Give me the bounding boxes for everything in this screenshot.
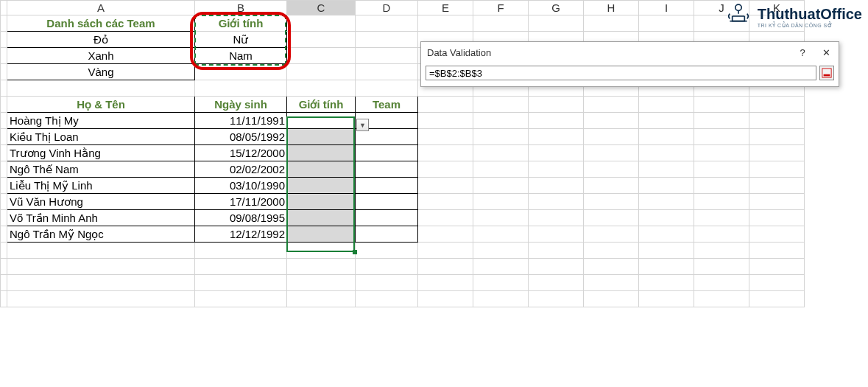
cell-A6[interactable]: Họ & Tên (7, 97, 195, 113)
cell-C1[interactable] (287, 15, 356, 32)
cell-A11[interactable]: Liễu Thị Mỹ Linh (7, 178, 195, 194)
cell-C6[interactable]: Giới tính (287, 97, 356, 113)
cell-C4[interactable] (287, 64, 356, 80)
cell-I6[interactable] (639, 97, 694, 113)
cell-J9[interactable] (694, 145, 749, 161)
column-header-D[interactable]: D (356, 1, 418, 15)
cell-C2[interactable] (287, 32, 356, 48)
cell-G10[interactable] (529, 161, 584, 178)
cell-H17[interactable] (584, 275, 639, 291)
cell-A10[interactable]: Ngô Thế Nam (7, 161, 195, 178)
cell-J7[interactable] (694, 113, 749, 129)
dialog-help-button[interactable]: ? (796, 47, 809, 58)
cell-F17[interactable] (473, 275, 529, 291)
cell-H13[interactable] (584, 210, 639, 226)
cell-G7[interactable] (529, 113, 584, 129)
cell-I12[interactable] (639, 194, 694, 210)
cell-F11[interactable] (473, 178, 529, 194)
cell-I11[interactable] (639, 178, 694, 194)
cell-A15[interactable] (7, 243, 195, 259)
cell-A8[interactable]: Kiều Thị Loan (7, 129, 195, 145)
cell-J8[interactable] (694, 129, 749, 145)
cell-F13[interactable] (473, 210, 529, 226)
cell-G12[interactable] (529, 194, 584, 210)
cell-K15[interactable] (749, 243, 805, 259)
cell-K14[interactable] (749, 226, 805, 243)
cell-I7[interactable] (639, 113, 694, 129)
cell-D5[interactable] (356, 80, 418, 97)
cell-E6[interactable] (418, 97, 473, 113)
cell-H11[interactable] (584, 178, 639, 194)
cell-E14[interactable] (418, 226, 473, 243)
cell-F18[interactable] (473, 291, 529, 307)
cell-C10[interactable] (287, 161, 356, 178)
cell-J12[interactable] (694, 194, 749, 210)
cell-K18[interactable] (749, 291, 805, 307)
cell-A17[interactable] (7, 275, 195, 291)
column-header-E[interactable]: E (418, 1, 473, 15)
cell-I9[interactable] (639, 145, 694, 161)
column-header-F[interactable]: F (473, 1, 529, 15)
cell-E18[interactable] (418, 291, 473, 307)
cell-E1[interactable] (418, 15, 473, 32)
cell-K10[interactable] (749, 161, 805, 178)
cell-H8[interactable] (584, 129, 639, 145)
cell-K1[interactable] (749, 15, 805, 32)
cell-J11[interactable] (694, 178, 749, 194)
column-header-K[interactable]: K (749, 1, 805, 15)
cell-C13[interactable] (287, 210, 356, 226)
cell-J14[interactable] (694, 226, 749, 243)
cell-A5[interactable] (7, 80, 195, 97)
cell-D10[interactable] (356, 161, 418, 178)
cell-I18[interactable] (639, 291, 694, 307)
cell-F14[interactable] (473, 226, 529, 243)
cell-E16[interactable] (418, 259, 473, 275)
cell-I10[interactable] (639, 161, 694, 178)
cell-B8[interactable]: 08/05/1992 (195, 129, 287, 145)
cell-E10[interactable] (418, 161, 473, 178)
cell-B17[interactable] (195, 275, 287, 291)
cell-B7[interactable]: 11/11/1991 (195, 113, 287, 129)
cell-B10[interactable]: 02/02/2002 (195, 161, 287, 178)
cell-C8[interactable] (287, 129, 356, 145)
cell-D1[interactable] (356, 15, 418, 32)
cell-A14[interactable]: Ngô Trần Mỹ Ngọc (7, 226, 195, 243)
cell-C9[interactable] (287, 145, 356, 161)
cell-A1[interactable]: Danh sách các Team (7, 15, 195, 32)
cell-H10[interactable] (584, 161, 639, 178)
cell-K7[interactable] (749, 113, 805, 129)
cell-F10[interactable] (473, 161, 529, 178)
cell-I8[interactable] (639, 129, 694, 145)
cell-G13[interactable] (529, 210, 584, 226)
cell-J1[interactable] (694, 15, 749, 32)
cell-C11[interactable] (287, 178, 356, 194)
cell-E15[interactable] (418, 243, 473, 259)
cell-G9[interactable] (529, 145, 584, 161)
cell-G17[interactable] (529, 275, 584, 291)
column-header-A[interactable]: A (7, 1, 195, 15)
cell-C17[interactable] (287, 275, 356, 291)
cell-D14[interactable] (356, 226, 418, 243)
cell-D15[interactable] (356, 243, 418, 259)
cell-C16[interactable] (287, 259, 356, 275)
cell-B4[interactable] (195, 64, 287, 80)
cell-C18[interactable] (287, 291, 356, 307)
cell-D6[interactable]: Team (356, 97, 418, 113)
cell-I1[interactable] (639, 15, 694, 32)
cell-I14[interactable] (639, 226, 694, 243)
cell-B12[interactable]: 17/11/2000 (195, 194, 287, 210)
cell-I16[interactable] (639, 259, 694, 275)
cell-F6[interactable] (473, 97, 529, 113)
cell-A9[interactable]: Trương Vinh Hằng (7, 145, 195, 161)
cell-K11[interactable] (749, 178, 805, 194)
cell-I13[interactable] (639, 210, 694, 226)
cell-F9[interactable] (473, 145, 529, 161)
column-header-J[interactable]: J (694, 1, 749, 15)
cell-B14[interactable]: 12/12/1992 (195, 226, 287, 243)
cell-G15[interactable] (529, 243, 584, 259)
cell-F7[interactable] (473, 113, 529, 129)
cell-I15[interactable] (639, 243, 694, 259)
cell-J10[interactable] (694, 161, 749, 178)
cell-J18[interactable] (694, 291, 749, 307)
cell-D2[interactable] (356, 32, 418, 48)
